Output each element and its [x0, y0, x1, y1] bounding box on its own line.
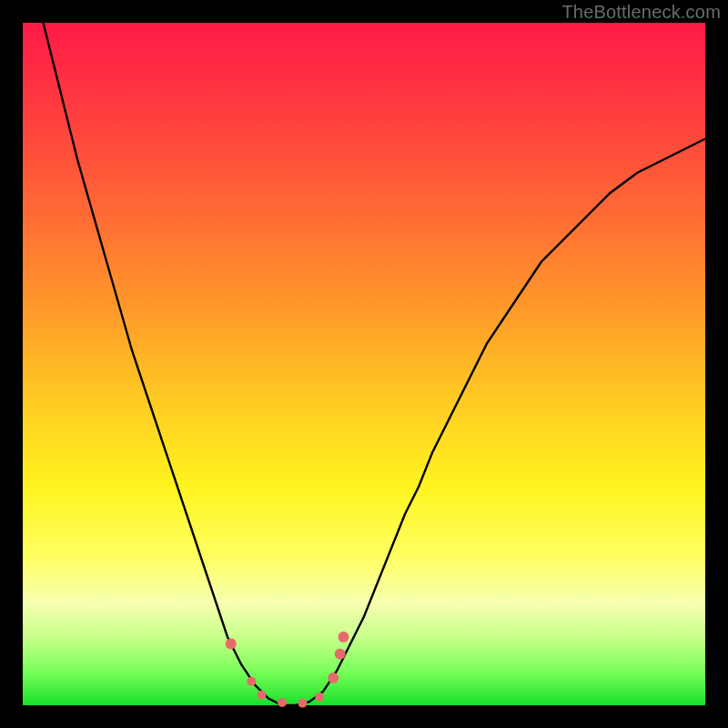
marker-dot [335, 649, 346, 660]
marker-dot [315, 693, 324, 702]
marker-dot [328, 672, 339, 683]
watermark-text: TheBottleneck.com [561, 2, 721, 23]
curve-svg [23, 23, 705, 705]
plot-area [23, 23, 705, 705]
marker-dot [226, 639, 237, 650]
marker-dot [258, 691, 267, 700]
marker-dot [278, 698, 287, 707]
marker-dot [339, 632, 349, 642]
bottleneck-curve [23, 0, 705, 705]
marker-dot [247, 677, 256, 686]
marker-dot [298, 699, 308, 708]
chart-frame: TheBottleneck.com [0, 0, 728, 728]
